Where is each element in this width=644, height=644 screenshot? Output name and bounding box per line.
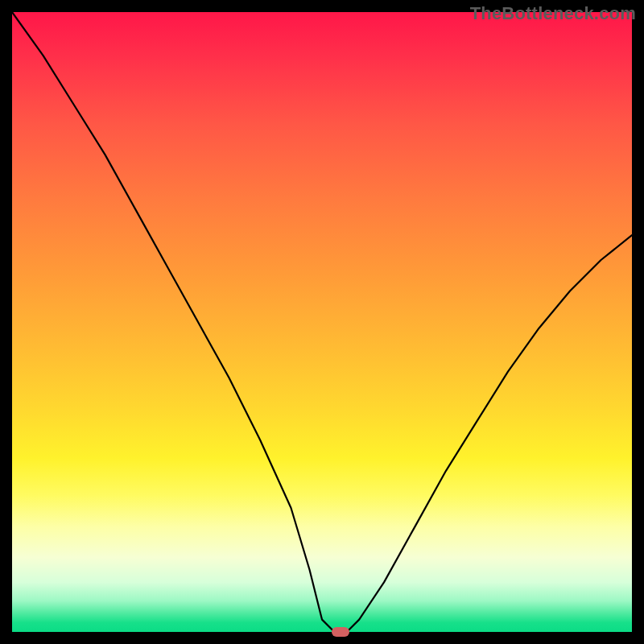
chart-frame: TheBottleneck.com [0,0,644,644]
bottleneck-curve [12,12,632,632]
bottleneck-marker [332,627,349,637]
watermark-text: TheBottleneck.com [470,3,636,24]
plot-area [12,12,632,632]
